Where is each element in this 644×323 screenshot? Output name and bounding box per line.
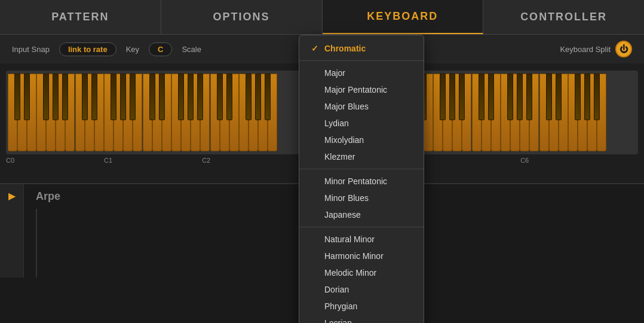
scale-option-label: Minor Pentatonic <box>324 176 387 186</box>
dropdown-divider <box>299 227 424 227</box>
black-key[interactable] <box>62 74 68 120</box>
octave-group <box>539 74 606 154</box>
black-key[interactable] <box>517 74 523 120</box>
keyboard-split-toggle[interactable]: ⏻ <box>615 41 632 57</box>
black-key[interactable] <box>265 74 271 120</box>
black-key[interactable] <box>14 74 20 120</box>
scale-option[interactable]: Major Blues <box>299 98 424 115</box>
black-key[interactable] <box>526 74 532 120</box>
scale-option-label: Natural Minor <box>324 234 375 244</box>
black-key[interactable] <box>178 74 184 120</box>
black-key[interactable] <box>449 74 455 120</box>
black-key[interactable] <box>217 74 223 120</box>
scale-option[interactable]: Natural Minor <box>299 231 424 248</box>
black-key[interactable] <box>459 74 465 120</box>
grid-divider <box>36 209 37 278</box>
play-button[interactable]: ▶ <box>8 190 16 202</box>
scale-option[interactable]: Minor Pentatonic <box>299 173 424 190</box>
scale-option[interactable]: Harmonic Minor <box>299 248 424 264</box>
scale-option[interactable]: Melodic Minor <box>299 264 424 281</box>
black-key[interactable] <box>246 74 252 120</box>
tab-pattern[interactable]: PATTERN <box>0 0 161 34</box>
scale-option[interactable]: Minor Blues <box>299 190 424 206</box>
black-key[interactable] <box>91 74 97 120</box>
tab-keyboard[interactable]: KEYBOARD <box>323 0 484 34</box>
black-key[interactable] <box>111 74 116 120</box>
dropdown-divider <box>299 60 424 61</box>
top-nav: PATTERN OPTIONS KEYBOARD CONTROLLER <box>0 0 644 35</box>
scale-option[interactable]: Major Pentatonic <box>299 81 424 98</box>
scale-option-label: Klezmer <box>324 152 355 162</box>
scale-option-label: Japanese <box>324 210 361 220</box>
octave-label: C0 <box>6 157 104 171</box>
scale-option[interactable]: Mixolydian <box>299 132 424 148</box>
scale-option-label: Minor Blues <box>324 193 369 203</box>
octave-group <box>210 74 277 154</box>
scale-option[interactable]: Locrian <box>299 315 424 323</box>
black-key[interactable] <box>130 74 136 120</box>
black-key[interactable] <box>82 74 88 120</box>
octave-group <box>8 74 75 154</box>
scale-option[interactable]: ✓Chromatic <box>299 40 424 57</box>
key-label: Key <box>126 45 139 54</box>
octave-group <box>143 74 210 154</box>
black-key[interactable] <box>575 74 581 120</box>
octave-labels-right: C5C6 <box>403 157 638 171</box>
key-value[interactable]: C <box>149 42 172 56</box>
bottom-left-panel: ▶ <box>0 184 24 278</box>
scale-option[interactable]: Japanese <box>299 206 424 223</box>
octave-label: C6 <box>520 157 638 171</box>
scale-option-label: Major Blues <box>324 102 369 111</box>
scale-option[interactable]: Dorian <box>299 281 424 298</box>
black-key[interactable] <box>24 74 30 120</box>
scale-option-label: Lydian <box>324 118 349 128</box>
black-key[interactable] <box>479 74 484 120</box>
black-key[interactable] <box>197 74 203 120</box>
keyboard-split-label: Keyboard Split <box>560 45 611 54</box>
black-key[interactable] <box>226 74 232 120</box>
black-key[interactable] <box>149 74 155 120</box>
black-key[interactable] <box>53 74 59 120</box>
black-key[interactable] <box>188 74 194 120</box>
black-key[interactable] <box>556 74 562 120</box>
scale-option-label: Locrian <box>324 318 352 323</box>
black-key[interactable] <box>584 74 590 120</box>
scale-option-label: Major Pentatonic <box>324 85 387 95</box>
checkmark-icon: ✓ <box>311 44 320 53</box>
tab-controller[interactable]: CONTROLLER <box>483 0 644 34</box>
scale-dropdown: ✓ChromaticMajorMajor PentatonicMajor Blu… <box>299 35 424 323</box>
black-key[interactable] <box>159 74 165 120</box>
scale-option-label: Melodic Minor <box>324 268 376 278</box>
dropdown-divider <box>299 169 424 169</box>
input-snap-label: Input Snap <box>12 45 50 54</box>
black-key[interactable] <box>594 74 600 120</box>
tab-options[interactable]: OPTIONS <box>161 0 323 34</box>
scale-option-label: Mixolydian <box>324 135 364 145</box>
scale-option-label: Harmonic Minor <box>324 251 384 261</box>
black-key[interactable] <box>43 74 49 120</box>
scale-option[interactable]: Phrygian <box>299 298 424 315</box>
octave-group <box>472 74 539 154</box>
input-snap-value[interactable]: link to rate <box>59 42 116 56</box>
black-key[interactable] <box>120 74 126 120</box>
scale-option[interactable]: Lydian <box>299 115 424 132</box>
octave-label: C1 <box>104 157 202 171</box>
scale-option-label: Phrygian <box>324 301 357 311</box>
piano-right <box>403 71 638 154</box>
scale-option-label: Major <box>324 68 345 78</box>
scale-option-label: Dorian <box>324 285 349 294</box>
black-key[interactable] <box>255 74 261 120</box>
keyboard-right: C5C6 <box>403 71 638 183</box>
scale-option-label: Chromatic <box>324 44 366 53</box>
black-key[interactable] <box>546 74 552 120</box>
black-key[interactable] <box>440 74 446 120</box>
scale-option[interactable]: Major <box>299 65 424 81</box>
black-key[interactable] <box>507 74 513 120</box>
keyboard-split-area: Keyboard Split ⏻ <box>560 41 632 57</box>
octave-group <box>75 74 142 154</box>
black-key[interactable] <box>488 74 494 120</box>
scale-label: Scale <box>182 45 201 54</box>
scale-option[interactable]: Klezmer <box>299 148 424 165</box>
octave-label: C2 <box>202 157 300 171</box>
